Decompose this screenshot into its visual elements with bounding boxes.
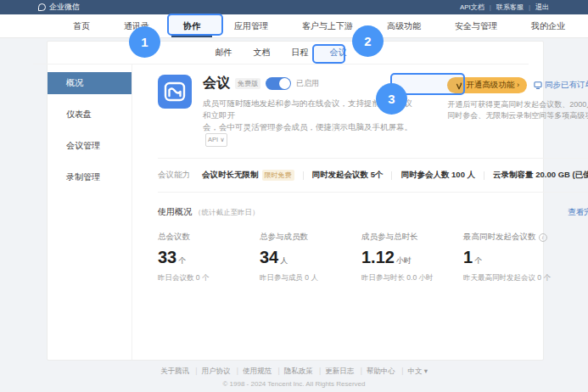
wework-logo-label: 企业微信 (49, 2, 80, 13)
stat-label: 总参与成员数 (260, 232, 361, 243)
premium-description: 开通后可获得更高同时发起会议数、2000人 同时参会、无限制云录制空间等多项高级… (447, 99, 588, 121)
footer: 关于腾讯 用户协议 使用规范 隐私政策 更新日志 帮助中心 中文 ▾ © 199… (0, 367, 588, 388)
sidebar-item-overview[interactable]: 概况 (48, 72, 132, 94)
stat-unit: 个 (178, 256, 186, 265)
sidebar-item-meeting-management[interactable]: 会议管理 (48, 135, 132, 157)
footer-link-changelog[interactable]: 更新日志 (315, 367, 354, 375)
divider (391, 171, 392, 180)
stat-value: 33个 (158, 248, 260, 267)
nav-item-app-management[interactable]: 应用管理 (234, 14, 268, 37)
annotation-rect-meeting-tab (312, 44, 345, 64)
stat-total-duration: 成员参与总时长 1.12小时 昨日参与时长 0.0 小时 (361, 232, 463, 283)
api-dropdown-tag[interactable]: API ∨ (205, 133, 227, 147)
premium-actions-row: 开通高级功能 › 同步已有订单 › (447, 77, 588, 93)
stat-value: 1个 (463, 248, 565, 267)
capability-row: 会议能力 会议时长无限制 限时免费 同时发起会议数 5个 同时参会人数 100 … (158, 170, 588, 181)
sidebar-item-recording-management[interactable]: 录制管理 (48, 166, 132, 188)
stat-total-meetings: 总会议数 33个 昨日会议数 0 个 (158, 232, 260, 283)
tab-docs[interactable]: 文档 (250, 45, 274, 60)
capability-duration-text: 会议时长无限制 (202, 170, 259, 181)
secondary-tabs: 邮件 文档 日程 会议 (33, 42, 529, 64)
footer-link-user-agreement[interactable]: 用户协议 (191, 367, 230, 375)
stat-sub: 昨日参与时长 0.0 小时 (361, 273, 463, 283)
stat-total-participants: 总参与成员数 34人 昨日参与成员 0 人 (260, 232, 361, 283)
stat-sub: 昨天最高同时发起会议 0 个 (463, 273, 565, 283)
main-content: 会议 免费版 已启用 成员可随时随地发起和参与的在线会议，支持提前预约会议和立即… (132, 64, 588, 360)
nav-item-customers[interactable]: 客户与上下游 (302, 14, 353, 37)
tab-calendar[interactable]: 日程 (288, 45, 312, 60)
app-description-line2: 会，会中可灵活管理参会成员，便捷演示电脑及手机屏幕。 (203, 122, 412, 132)
status-text: 已启用 (296, 78, 319, 89)
card-body: 概况 仪表盘 会议管理 录制管理 会议 免费版 已启用 (48, 64, 543, 360)
stat-label: 最高同时发起会议数 i (463, 232, 565, 243)
sidebar: 概况 仪表盘 会议管理 录制管理 (48, 64, 132, 360)
stat-max-concurrent: 最高同时发起会议数 i 1个 昨天最高同时发起会议 0 个 (463, 232, 565, 283)
divider (158, 192, 588, 193)
annotation-rect-collaboration (167, 14, 223, 36)
divider (158, 158, 588, 159)
content-card: 邮件 文档 日程 会议 概况 仪表盘 会议管理 录制管理 会议 (47, 41, 544, 361)
usage-header: 使用概况 （统计截止至昨日） 查看完整使用情况 (158, 206, 588, 218)
annotation-step-2: 2 (352, 25, 384, 57)
sync-orders-link[interactable]: 同步已有订单 › (534, 80, 588, 91)
version-badge: 免费版 (235, 78, 260, 89)
copyright: © 1998 - 2024 Tencent Inc. All Rights Re… (0, 380, 588, 388)
nav-item-my-company[interactable]: 我的企业 (531, 14, 565, 37)
view-full-usage-link[interactable]: 查看完整使用情况 (568, 207, 588, 218)
info-icon[interactable]: i (539, 233, 547, 242)
enable-toggle[interactable] (266, 77, 291, 90)
monitor-icon (534, 81, 542, 89)
usage-stats: 总会议数 33个 昨日会议数 0 个 总参与成员数 34人 昨日参与成员 0 人… (158, 232, 588, 283)
premium-description-line2: 同时参会、无限制云录制空间等多项高级功能 (447, 111, 588, 120)
limited-free-badge: 限时免费 (262, 170, 294, 181)
capability-duration: 会议时长无限制 限时免费 (202, 170, 294, 181)
stat-unit: 人 (280, 256, 288, 265)
footer-link-privacy[interactable]: 隐私政策 (273, 367, 312, 375)
upgrade-premium-label: 开通高级功能 › (466, 80, 519, 91)
stat-value: 1.12小时 (361, 248, 463, 267)
annotation-step-1: 1 (129, 26, 160, 58)
wework-logo[interactable]: 企业微信 (38, 2, 80, 13)
premium-description-line1: 开通后可获得更高同时发起会议数、2000人 (447, 100, 588, 109)
divider (303, 171, 304, 180)
sync-orders-label: 同步已有订单 › (545, 80, 588, 91)
stat-value: 34人 (260, 248, 361, 267)
app-title: 会议 (203, 75, 230, 92)
topbar-links: API文档 联系客服 退出 (460, 3, 549, 12)
logout-link[interactable]: 退出 (524, 3, 549, 12)
annotation-step-3: 3 (376, 83, 407, 115)
divider (484, 171, 484, 180)
nav-item-security[interactable]: 安全与管理 (455, 14, 497, 37)
capability-concurrent-meetings: 同时发起会议数 5个 (312, 170, 384, 181)
capability-cloud-storage: 云录制容量 20.00 GB (已使用2.26 MB) (493, 170, 588, 181)
topbar: 企业微信 API文档 联系客服 退出 (0, 0, 588, 14)
footer-links: 关于腾讯 用户协议 使用规范 隐私政策 更新日志 帮助中心 中文 ▾ (0, 367, 588, 377)
primary-nav: 首页 通讯录 协作 应用管理 客户与上下游 高级功能 安全与管理 我的企业 (0, 14, 588, 38)
footer-link-help-center[interactable]: 帮助中心 (356, 367, 395, 375)
usage-title: 使用概况 (158, 206, 192, 218)
stat-label-text: 最高同时发起会议数 (463, 232, 536, 243)
footer-link-usage-rules[interactable]: 使用规范 (232, 367, 272, 375)
stat-unit: 个 (474, 256, 482, 265)
footer-language-selector[interactable]: 中文 ▾ (397, 367, 428, 375)
meeting-app-icon (158, 75, 192, 109)
tab-mail[interactable]: 邮件 (212, 45, 236, 60)
capability-participants: 同时参会人数 100 人 (400, 170, 475, 181)
usage-subtitle: （统计截止至昨日） (194, 208, 260, 218)
app-header: 会议 免费版 已启用 成员可随时随地发起和参与的在线会议，支持提前预约会议和立即… (158, 75, 588, 147)
nav-item-home[interactable]: 首页 (73, 14, 90, 37)
contact-support-link[interactable]: 联系客服 (484, 3, 524, 12)
stat-sub: 昨日参与成员 0 人 (260, 273, 361, 283)
stat-unit: 小时 (396, 256, 412, 265)
stat-label: 成员参与总时长 (361, 232, 463, 243)
premium-promo: 开通高级功能 › 同步已有订单 › 开通后可获得更高同时发起会议数、2000人 (447, 75, 588, 147)
api-docs-link[interactable]: API文档 (460, 3, 484, 12)
capability-label: 会议能力 (158, 170, 190, 181)
stat-sub: 昨日会议数 0 个 (158, 273, 260, 283)
stat-label: 总会议数 (158, 232, 260, 243)
chat-bubble-icon (38, 3, 46, 11)
nav-item-advanced-features[interactable]: 高级功能 (387, 14, 421, 37)
sidebar-item-dashboard[interactable]: 仪表盘 (48, 104, 132, 126)
footer-link-about[interactable]: 关于腾讯 (160, 367, 189, 375)
